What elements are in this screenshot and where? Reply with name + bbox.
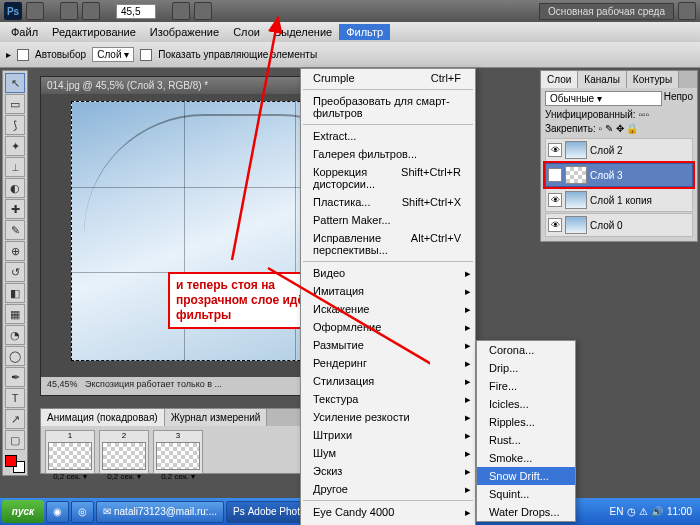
tab-channels[interactable]: Каналы [578,71,627,88]
layer-thumbnail[interactable] [565,191,587,209]
auto-select-type[interactable]: Слой ▾ [92,47,134,62]
menu-file[interactable]: Файл [4,24,45,40]
menu-item[interactable]: Текстура▸ [301,390,475,408]
menu-item[interactable]: Галерея фильтров... [301,145,475,163]
crop-tool[interactable]: ⟂ [5,157,25,177]
visibility-icon[interactable]: 👁 [548,143,562,157]
arrange-icon[interactable] [172,2,190,20]
gradient-tool[interactable]: ▦ [5,304,25,324]
marquee-tool[interactable]: ▭ [5,94,25,114]
menu-item[interactable]: Squint... [477,485,575,503]
start-button[interactable]: пуск [2,500,44,523]
menu-item[interactable]: Eye Candy 4000▸ [301,503,475,521]
animation-frame[interactable]: 30,2 сек. ▾ [153,430,203,474]
menu-item[interactable]: Имитация▸ [301,282,475,300]
menu-item[interactable]: Эскиз▸ [301,462,475,480]
blend-mode-select[interactable]: Обычные ▾ [545,91,662,106]
visibility-icon[interactable]: 👁 [548,193,562,207]
zoom-input[interactable] [116,4,156,19]
visibility-icon[interactable]: 👁 [548,218,562,232]
menu-item[interactable]: Ripples... [477,413,575,431]
animation-frame[interactable]: 10,2 сек. ▾ [45,430,95,474]
zoom-readout[interactable]: 45,45% [47,379,78,389]
auto-select-checkbox[interactable] [17,49,29,61]
menu-item[interactable]: Corona... [477,341,575,359]
menu-item[interactable]: Преобразовать для смарт-фильтров [301,92,475,122]
layer-row[interactable]: 👁Слой 0 [545,213,693,237]
blur-tool[interactable]: ◔ [5,325,25,345]
menu-item[interactable]: Icicles... [477,395,575,413]
tab-layers[interactable]: Слои [541,71,578,88]
layer-row[interactable]: 👁Слой 1 копия [545,188,693,212]
menu-item[interactable]: Коррекция дисторсии...Shift+Ctrl+R [301,163,475,193]
menu-item[interactable]: Другое▸ [301,480,475,498]
visibility-icon[interactable]: 👁 [548,168,562,182]
menu-filter[interactable]: Фильтр [339,24,390,40]
layer-thumbnail[interactable] [565,166,587,184]
lasso-tool[interactable]: ⟆ [5,115,25,135]
menu-item[interactable]: Fire... [477,377,575,395]
color-swatches[interactable] [5,455,25,473]
hand-icon[interactable] [60,2,78,20]
healing-tool[interactable]: ✚ [5,199,25,219]
layer-row[interactable]: 👁Слой 3 [545,163,693,187]
menu-item[interactable]: Стилизация▸ [301,372,475,390]
brush-tool[interactable]: ✎ [5,220,25,240]
history-brush-tool[interactable]: ↺ [5,262,25,282]
type-tool[interactable]: T [5,388,25,408]
taskbar-quicklaunch[interactable]: ◎ [71,501,94,523]
menu-item[interactable]: Искажение▸ [301,300,475,318]
shape-tool[interactable]: ▢ [5,430,25,450]
collapse-icon[interactable] [678,2,696,20]
menu-item[interactable]: Smoke... [477,449,575,467]
lang-indicator[interactable]: EN [610,506,624,517]
menu-item[interactable]: Рендеринг▸ [301,354,475,372]
system-tray[interactable]: EN ◷ ⚠ 🔊 11:00 [604,506,699,517]
eraser-tool[interactable]: ◧ [5,283,25,303]
path-tool[interactable]: ↗ [5,409,25,429]
tab-paths[interactable]: Контуры [627,71,679,88]
wand-tool[interactable]: ✦ [5,136,25,156]
menu-item[interactable]: Rust... [477,431,575,449]
layer-thumbnail[interactable] [565,216,587,234]
menu-layers[interactable]: Слои [226,24,267,40]
workspace-switcher[interactable]: Основная рабочая среда [539,3,674,20]
menu-item[interactable]: Усиление резкости▸ [301,408,475,426]
animation-frame[interactable]: 20,2 сек. ▾ [99,430,149,474]
menu-item[interactable]: Оформление▸ [301,318,475,336]
pen-tool[interactable]: ✒ [5,367,25,387]
bridge-icon[interactable] [26,2,44,20]
taskbar-item[interactable]: ✉ natali73123@mail.ru:... [96,501,224,523]
layer-name: Слой 2 [590,145,623,156]
menu-item[interactable]: Видео▸ [301,264,475,282]
menu-item[interactable]: Extract... [301,127,475,145]
menu-item[interactable]: Drip... [477,359,575,377]
menu-item[interactable]: Размытие▸ [301,336,475,354]
menu-select[interactable]: Выделение [267,24,339,40]
taskbar-quicklaunch[interactable]: ◉ [46,501,69,523]
menu-item[interactable]: Исправление перспективы...Alt+Ctrl+V [301,229,475,259]
zoom-icon[interactable] [82,2,100,20]
screen-mode-icon[interactable] [194,2,212,20]
menu-item[interactable]: Pattern Maker... [301,211,475,229]
layer-thumbnail[interactable] [565,141,587,159]
show-controls-checkbox[interactable] [140,49,152,61]
fill-label: Унифицированный: ▫▫▫ [545,109,693,120]
menu-item[interactable]: Пластика...Shift+Ctrl+X [301,193,475,211]
menu-item[interactable]: Штрихи▸ [301,426,475,444]
menu-edit[interactable]: Редактирование [45,24,143,40]
menu-item[interactable]: Шум▸ [301,444,475,462]
tab-measurement-log[interactable]: Журнал измерений [165,409,268,426]
eyedropper-tool[interactable]: ◐ [5,178,25,198]
dodge-tool[interactable]: ◯ [5,346,25,366]
menu-item[interactable]: Splat▸ [301,521,475,525]
layer-row[interactable]: 👁Слой 2 [545,138,693,162]
move-tool-icon: ▸ [6,49,11,60]
menu-item[interactable]: Snow Drift... [477,467,575,485]
move-tool[interactable]: ↖ [5,73,25,93]
menu-image[interactable]: Изображение [143,24,226,40]
menu-item[interactable]: CrumpleCtrl+F [301,69,475,87]
tab-animation[interactable]: Анимация (покадровая) [41,409,165,426]
stamp-tool[interactable]: ⊕ [5,241,25,261]
menu-item[interactable]: Water Drops... [477,503,575,521]
